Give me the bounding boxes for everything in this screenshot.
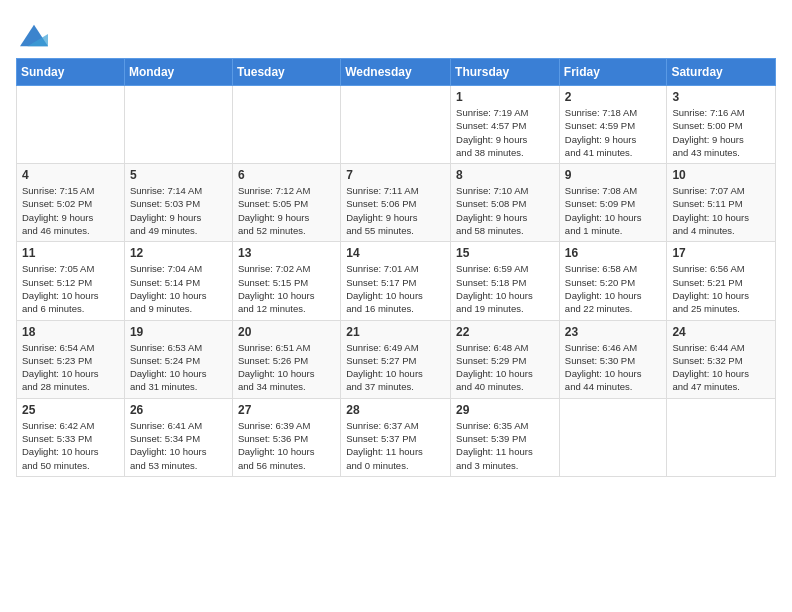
day-info: Sunrise: 7:12 AM Sunset: 5:05 PM Dayligh…: [238, 184, 335, 237]
calendar-cell: 4Sunrise: 7:15 AM Sunset: 5:02 PM Daylig…: [17, 164, 125, 242]
calendar-cell: 29Sunrise: 6:35 AM Sunset: 5:39 PM Dayli…: [451, 398, 560, 476]
day-number: 4: [22, 168, 119, 182]
day-info: Sunrise: 7:04 AM Sunset: 5:14 PM Dayligh…: [130, 262, 227, 315]
calendar-cell: 5Sunrise: 7:14 AM Sunset: 5:03 PM Daylig…: [124, 164, 232, 242]
day-info: Sunrise: 7:19 AM Sunset: 4:57 PM Dayligh…: [456, 106, 554, 159]
day-of-week-header: Friday: [559, 59, 667, 86]
day-info: Sunrise: 7:16 AM Sunset: 5:00 PM Dayligh…: [672, 106, 770, 159]
calendar-cell: 10Sunrise: 7:07 AM Sunset: 5:11 PM Dayli…: [667, 164, 776, 242]
calendar-cell: 27Sunrise: 6:39 AM Sunset: 5:36 PM Dayli…: [232, 398, 340, 476]
day-info: Sunrise: 6:46 AM Sunset: 5:30 PM Dayligh…: [565, 341, 662, 394]
calendar-cell: 18Sunrise: 6:54 AM Sunset: 5:23 PM Dayli…: [17, 320, 125, 398]
day-number: 6: [238, 168, 335, 182]
day-number: 28: [346, 403, 445, 417]
calendar-cell: 16Sunrise: 6:58 AM Sunset: 5:20 PM Dayli…: [559, 242, 667, 320]
day-info: Sunrise: 6:39 AM Sunset: 5:36 PM Dayligh…: [238, 419, 335, 472]
calendar-cell: 28Sunrise: 6:37 AM Sunset: 5:37 PM Dayli…: [341, 398, 451, 476]
day-info: Sunrise: 7:01 AM Sunset: 5:17 PM Dayligh…: [346, 262, 445, 315]
day-info: Sunrise: 6:53 AM Sunset: 5:24 PM Dayligh…: [130, 341, 227, 394]
calendar-week-row: 4Sunrise: 7:15 AM Sunset: 5:02 PM Daylig…: [17, 164, 776, 242]
day-number: 19: [130, 325, 227, 339]
day-of-week-header: Saturday: [667, 59, 776, 86]
calendar-cell: 24Sunrise: 6:44 AM Sunset: 5:32 PM Dayli…: [667, 320, 776, 398]
day-number: 20: [238, 325, 335, 339]
day-info: Sunrise: 7:18 AM Sunset: 4:59 PM Dayligh…: [565, 106, 662, 159]
calendar-cell: [232, 86, 340, 164]
calendar-cell: 25Sunrise: 6:42 AM Sunset: 5:33 PM Dayli…: [17, 398, 125, 476]
logo: [16, 20, 48, 48]
day-info: Sunrise: 6:51 AM Sunset: 5:26 PM Dayligh…: [238, 341, 335, 394]
day-number: 17: [672, 246, 770, 260]
day-number: 1: [456, 90, 554, 104]
calendar-table: SundayMondayTuesdayWednesdayThursdayFrid…: [16, 58, 776, 477]
logo-icon: [20, 20, 48, 48]
day-number: 15: [456, 246, 554, 260]
day-info: Sunrise: 7:07 AM Sunset: 5:11 PM Dayligh…: [672, 184, 770, 237]
calendar-cell: 7Sunrise: 7:11 AM Sunset: 5:06 PM Daylig…: [341, 164, 451, 242]
day-of-week-header: Tuesday: [232, 59, 340, 86]
day-number: 29: [456, 403, 554, 417]
day-info: Sunrise: 7:02 AM Sunset: 5:15 PM Dayligh…: [238, 262, 335, 315]
calendar-cell: [124, 86, 232, 164]
calendar-cell: 17Sunrise: 6:56 AM Sunset: 5:21 PM Dayli…: [667, 242, 776, 320]
day-of-week-header: Monday: [124, 59, 232, 86]
calendar-cell: 26Sunrise: 6:41 AM Sunset: 5:34 PM Dayli…: [124, 398, 232, 476]
calendar-week-row: 18Sunrise: 6:54 AM Sunset: 5:23 PM Dayli…: [17, 320, 776, 398]
day-number: 12: [130, 246, 227, 260]
day-number: 27: [238, 403, 335, 417]
day-info: Sunrise: 7:15 AM Sunset: 5:02 PM Dayligh…: [22, 184, 119, 237]
calendar-header-row: SundayMondayTuesdayWednesdayThursdayFrid…: [17, 59, 776, 86]
page-header: [16, 16, 776, 48]
calendar-cell: [17, 86, 125, 164]
day-number: 5: [130, 168, 227, 182]
day-info: Sunrise: 7:14 AM Sunset: 5:03 PM Dayligh…: [130, 184, 227, 237]
calendar-cell: [559, 398, 667, 476]
day-number: 26: [130, 403, 227, 417]
day-number: 23: [565, 325, 662, 339]
day-number: 14: [346, 246, 445, 260]
calendar-cell: 1Sunrise: 7:19 AM Sunset: 4:57 PM Daylig…: [451, 86, 560, 164]
day-info: Sunrise: 6:48 AM Sunset: 5:29 PM Dayligh…: [456, 341, 554, 394]
day-number: 22: [456, 325, 554, 339]
day-number: 9: [565, 168, 662, 182]
day-info: Sunrise: 6:56 AM Sunset: 5:21 PM Dayligh…: [672, 262, 770, 315]
calendar-cell: 14Sunrise: 7:01 AM Sunset: 5:17 PM Dayli…: [341, 242, 451, 320]
calendar-cell: 8Sunrise: 7:10 AM Sunset: 5:08 PM Daylig…: [451, 164, 560, 242]
day-number: 10: [672, 168, 770, 182]
day-of-week-header: Wednesday: [341, 59, 451, 86]
day-number: 11: [22, 246, 119, 260]
calendar-cell: 6Sunrise: 7:12 AM Sunset: 5:05 PM Daylig…: [232, 164, 340, 242]
day-number: 25: [22, 403, 119, 417]
day-number: 2: [565, 90, 662, 104]
day-of-week-header: Sunday: [17, 59, 125, 86]
day-info: Sunrise: 6:44 AM Sunset: 5:32 PM Dayligh…: [672, 341, 770, 394]
calendar-cell: 22Sunrise: 6:48 AM Sunset: 5:29 PM Dayli…: [451, 320, 560, 398]
day-info: Sunrise: 7:11 AM Sunset: 5:06 PM Dayligh…: [346, 184, 445, 237]
calendar-cell: 21Sunrise: 6:49 AM Sunset: 5:27 PM Dayli…: [341, 320, 451, 398]
day-info: Sunrise: 6:49 AM Sunset: 5:27 PM Dayligh…: [346, 341, 445, 394]
calendar-cell: 20Sunrise: 6:51 AM Sunset: 5:26 PM Dayli…: [232, 320, 340, 398]
day-number: 21: [346, 325, 445, 339]
day-info: Sunrise: 6:41 AM Sunset: 5:34 PM Dayligh…: [130, 419, 227, 472]
calendar-cell: 23Sunrise: 6:46 AM Sunset: 5:30 PM Dayli…: [559, 320, 667, 398]
calendar-week-row: 1Sunrise: 7:19 AM Sunset: 4:57 PM Daylig…: [17, 86, 776, 164]
calendar-cell: 2Sunrise: 7:18 AM Sunset: 4:59 PM Daylig…: [559, 86, 667, 164]
day-of-week-header: Thursday: [451, 59, 560, 86]
day-info: Sunrise: 6:58 AM Sunset: 5:20 PM Dayligh…: [565, 262, 662, 315]
calendar-cell: 13Sunrise: 7:02 AM Sunset: 5:15 PM Dayli…: [232, 242, 340, 320]
day-info: Sunrise: 6:37 AM Sunset: 5:37 PM Dayligh…: [346, 419, 445, 472]
day-number: 13: [238, 246, 335, 260]
calendar-cell: 12Sunrise: 7:04 AM Sunset: 5:14 PM Dayli…: [124, 242, 232, 320]
day-info: Sunrise: 7:10 AM Sunset: 5:08 PM Dayligh…: [456, 184, 554, 237]
day-info: Sunrise: 7:05 AM Sunset: 5:12 PM Dayligh…: [22, 262, 119, 315]
calendar-cell: 3Sunrise: 7:16 AM Sunset: 5:00 PM Daylig…: [667, 86, 776, 164]
calendar-week-row: 11Sunrise: 7:05 AM Sunset: 5:12 PM Dayli…: [17, 242, 776, 320]
calendar-week-row: 25Sunrise: 6:42 AM Sunset: 5:33 PM Dayli…: [17, 398, 776, 476]
day-number: 16: [565, 246, 662, 260]
calendar-cell: 9Sunrise: 7:08 AM Sunset: 5:09 PM Daylig…: [559, 164, 667, 242]
calendar-cell: [341, 86, 451, 164]
calendar-cell: 11Sunrise: 7:05 AM Sunset: 5:12 PM Dayli…: [17, 242, 125, 320]
day-info: Sunrise: 6:35 AM Sunset: 5:39 PM Dayligh…: [456, 419, 554, 472]
day-number: 24: [672, 325, 770, 339]
day-number: 3: [672, 90, 770, 104]
